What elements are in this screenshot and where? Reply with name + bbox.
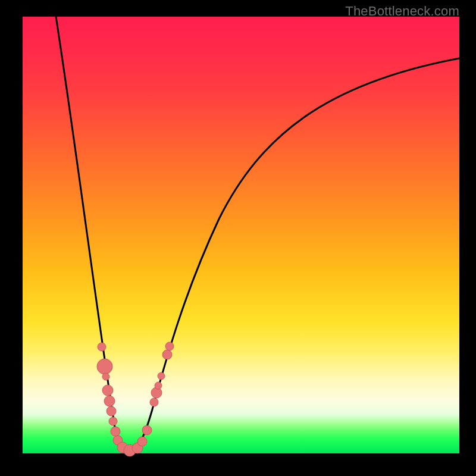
v-curve-right xyxy=(130,58,459,452)
chart-svg xyxy=(23,17,459,453)
data-dot xyxy=(162,350,172,359)
data-dot xyxy=(109,417,117,425)
data-dot xyxy=(137,437,147,446)
data-dot xyxy=(98,343,106,351)
data-dot xyxy=(142,425,152,435)
data-dot xyxy=(155,382,162,389)
data-dot xyxy=(158,372,165,380)
data-dot xyxy=(111,427,120,436)
dots-group xyxy=(97,342,174,456)
data-dot xyxy=(102,385,113,396)
chart-frame: TheBottleneck.com xyxy=(0,0,476,476)
curve-group xyxy=(56,17,459,452)
data-dot xyxy=(107,406,116,416)
data-dot xyxy=(150,398,158,406)
v-curve-left xyxy=(56,17,130,452)
data-dot xyxy=(165,342,174,350)
data-dot xyxy=(97,359,112,374)
data-dot xyxy=(102,373,109,380)
data-dot xyxy=(104,396,115,406)
